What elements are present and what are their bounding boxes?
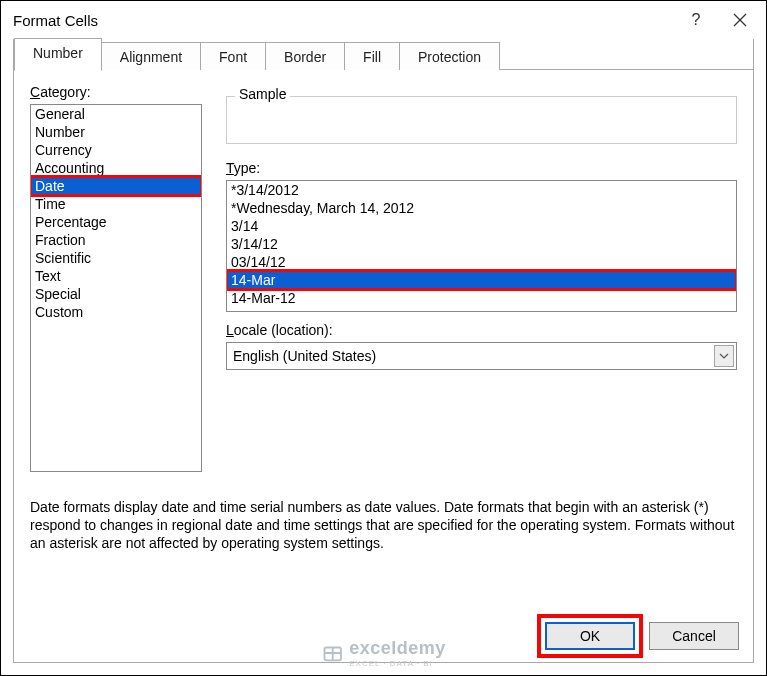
tab-protection[interactable]: Protection xyxy=(399,42,500,70)
category-column: Category: General Number Currency Accoun… xyxy=(30,84,202,472)
dropdown-button[interactable] xyxy=(714,345,734,367)
category-item-custom[interactable]: Custom xyxy=(31,303,201,321)
sample-value xyxy=(227,97,736,117)
locale-dropdown[interactable]: English (United States) xyxy=(226,342,737,370)
type-item[interactable]: *Wednesday, March 14, 2012 xyxy=(227,199,736,217)
chevron-down-icon xyxy=(719,353,729,359)
close-icon xyxy=(733,13,747,27)
tab-alignment[interactable]: Alignment xyxy=(101,42,201,70)
help-button[interactable]: ? xyxy=(674,5,718,35)
window-title: Format Cells xyxy=(13,12,674,29)
close-button[interactable] xyxy=(718,5,762,35)
ok-button[interactable]: OK xyxy=(545,622,635,650)
type-item[interactable]: 14-Mar-12 xyxy=(227,289,736,307)
sample-group: Sample xyxy=(226,96,737,144)
type-item[interactable]: 3/14 xyxy=(227,217,736,235)
type-item[interactable]: 03/14/12 xyxy=(227,253,736,271)
type-item-selected[interactable]: 14-Mar xyxy=(227,271,736,289)
details-column: Sample Type: *3/14/2012 *Wednesday, Marc… xyxy=(226,84,737,472)
category-item-special[interactable]: Special xyxy=(31,285,201,303)
type-listbox[interactable]: *3/14/2012 *Wednesday, March 14, 2012 3/… xyxy=(226,180,737,312)
description-text: Date formats display date and time seria… xyxy=(30,498,737,552)
tab-content: Category: General Number Currency Accoun… xyxy=(14,70,753,614)
category-label: Category: xyxy=(30,84,202,100)
watermark-brand: exceldemy xyxy=(349,638,446,658)
tab-font[interactable]: Font xyxy=(200,42,266,70)
type-label: Type: xyxy=(226,160,737,176)
tab-strip: Number Alignment Font Border Fill Protec… xyxy=(14,38,753,70)
category-item-fraction[interactable]: Fraction xyxy=(31,231,201,249)
main-row: Category: General Number Currency Accoun… xyxy=(30,84,737,472)
tab-number[interactable]: Number xyxy=(14,38,102,71)
category-item-date[interactable]: Date xyxy=(31,177,201,195)
locale-label: Locale (location): xyxy=(226,322,737,338)
logo-icon xyxy=(321,642,343,664)
watermark: exceldemy EXCEL · DATA · BI xyxy=(321,638,446,668)
category-item-general[interactable]: General xyxy=(31,105,201,123)
format-cells-dialog: Format Cells ? Number Alignment Font Bor… xyxy=(0,0,767,676)
category-item-number[interactable]: Number xyxy=(31,123,201,141)
type-item[interactable]: *3/14/2012 xyxy=(227,181,736,199)
category-item-text[interactable]: Text xyxy=(31,267,201,285)
tab-fill[interactable]: Fill xyxy=(344,42,400,70)
watermark-tagline: EXCEL · DATA · BI xyxy=(349,659,446,668)
category-item-percentage[interactable]: Percentage xyxy=(31,213,201,231)
locale-value: English (United States) xyxy=(233,348,376,364)
category-item-currency[interactable]: Currency xyxy=(31,141,201,159)
type-item[interactable]: 3/14/12 xyxy=(227,235,736,253)
tab-border[interactable]: Border xyxy=(265,42,345,70)
cancel-button[interactable]: Cancel xyxy=(649,622,739,650)
category-item-scientific[interactable]: Scientific xyxy=(31,249,201,267)
sample-label: Sample xyxy=(235,86,290,102)
titlebar: Format Cells ? xyxy=(1,1,766,39)
category-item-time[interactable]: Time xyxy=(31,195,201,213)
category-item-accounting[interactable]: Accounting xyxy=(31,159,201,177)
dialog-body: Number Alignment Font Border Fill Protec… xyxy=(13,39,754,663)
category-listbox[interactable]: General Number Currency Accounting Date … xyxy=(30,104,202,472)
